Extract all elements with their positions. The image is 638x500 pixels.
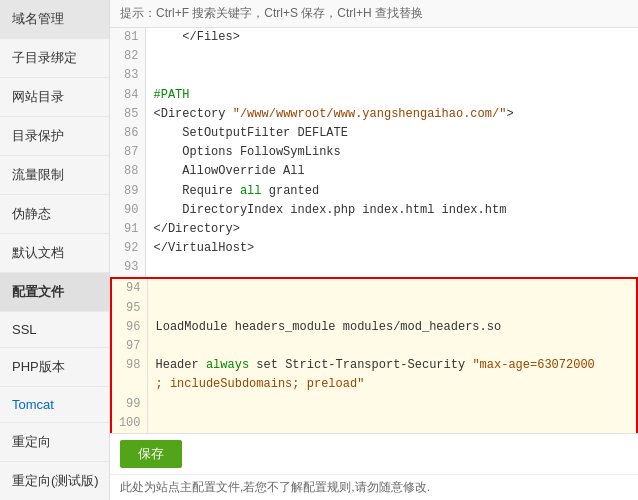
highlighted-region: 94 95 96 LoadModule headers_module modul… bbox=[110, 277, 638, 433]
table-row: 88 AllowOverride All bbox=[110, 162, 638, 181]
table-row: 82 bbox=[110, 47, 638, 66]
table-row: 96 LoadModule headers_module modules/mod… bbox=[112, 318, 636, 337]
save-button[interactable]: 保存 bbox=[120, 440, 182, 468]
region-table: 94 95 96 LoadModule headers_module modul… bbox=[112, 279, 636, 433]
sidebar-item-config-file[interactable]: 配置文件 bbox=[0, 273, 109, 312]
sidebar-item-tomcat[interactable]: Tomcat bbox=[0, 387, 109, 423]
sidebar-item-website-dir[interactable]: 网站目录 bbox=[0, 78, 109, 117]
table-row: ; includeSubdomains; preload" bbox=[112, 375, 636, 394]
table-row: 93 bbox=[110, 258, 638, 277]
table-row: 83 bbox=[110, 66, 638, 85]
sidebar-item-default-doc[interactable]: 默认文档 bbox=[0, 234, 109, 273]
editor-area[interactable]: 81 </Files> 82 83 84 #PATH 85 <D bbox=[110, 28, 638, 433]
sidebar-item-traffic-limit[interactable]: 流量限制 bbox=[0, 156, 109, 195]
sidebar-item-redirect[interactable]: 重定向 bbox=[0, 423, 109, 462]
table-row: 100 bbox=[112, 414, 636, 433]
sidebar-item-subdir-bind[interactable]: 子目录绑定 bbox=[0, 39, 109, 78]
sidebar-item-redirect-test[interactable]: 重定向(测试版) bbox=[0, 462, 109, 500]
sidebar-item-dir-protect[interactable]: 目录保护 bbox=[0, 117, 109, 156]
sidebar-item-domain-mgmt[interactable]: 域名管理 bbox=[0, 0, 109, 39]
table-row: 84 #PATH bbox=[110, 86, 638, 105]
sidebar: 域名管理 子目录绑定 网站目录 目录保护 流量限制 伪静态 默认文档 配置文件 … bbox=[0, 0, 110, 500]
table-row: 91 </Directory> bbox=[110, 220, 638, 239]
table-row: 95 bbox=[112, 299, 636, 318]
table-row: 98 Header always set Strict-Transport-Se… bbox=[112, 356, 636, 375]
sidebar-item-php-version[interactable]: PHP版本 bbox=[0, 348, 109, 387]
table-row: 85 <Directory "/www/wwwroot/www.yangshen… bbox=[110, 105, 638, 124]
table-row: 94 bbox=[112, 279, 636, 298]
table-row: 81 </Files> bbox=[110, 28, 638, 47]
sidebar-item-pseudo-static[interactable]: 伪静态 bbox=[0, 195, 109, 234]
table-row: 86 SetOutputFilter DEFLATE bbox=[110, 124, 638, 143]
save-area: 保存 bbox=[110, 433, 638, 474]
footer-note: 此处为站点主配置文件,若您不了解配置规则,请勿随意修改. bbox=[110, 474, 638, 500]
hint-bar: 提示：Ctrl+F 搜索关键字，Ctrl+S 保存，Ctrl+H 查找替换 bbox=[110, 0, 638, 28]
table-row: 87 Options FollowSymLinks bbox=[110, 143, 638, 162]
table-row: 90 DirectoryIndex index.php index.html i… bbox=[110, 201, 638, 220]
table-row: 89 Require all granted bbox=[110, 182, 638, 201]
table-row: 99 bbox=[112, 395, 636, 414]
sidebar-item-ssl[interactable]: SSL bbox=[0, 312, 109, 348]
code-editor: 81 </Files> 82 83 84 #PATH 85 <D bbox=[110, 28, 638, 277]
main-content: 提示：Ctrl+F 搜索关键字，Ctrl+S 保存，Ctrl+H 查找替换 81… bbox=[110, 0, 638, 500]
table-row: 92 </VirtualHost> bbox=[110, 239, 638, 258]
table-row: 97 bbox=[112, 337, 636, 356]
